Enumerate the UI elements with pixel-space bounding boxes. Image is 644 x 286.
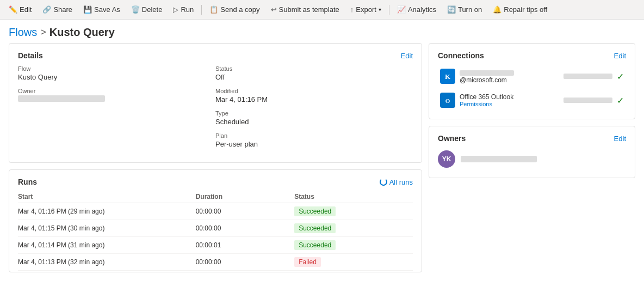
details-card-title: Details (18, 51, 43, 60)
details-card: Details Edit Flow Kusto Query Owner (9, 43, 422, 163)
owners-card-title: Owners (438, 134, 466, 143)
send-copy-icon: 📋 (209, 5, 218, 14)
delete-button[interactable]: 🗑️ Delete (127, 3, 167, 16)
outlook-name: Office 365 Outlook (460, 93, 559, 101)
kusto-email: @microsoft.com (460, 69, 559, 84)
edit-icon: ✏️ (9, 5, 17, 14)
owner-label: Owner (18, 88, 215, 94)
run-duration: 00:00:01 (196, 237, 295, 254)
kusto-conn-info: @microsoft.com (460, 69, 559, 84)
status-badge: Succeeded (294, 240, 336, 250)
type-label: Type (215, 110, 413, 117)
run-start: Mar 4, 01:14 PM (31 min ago) (18, 237, 196, 254)
turn-on-icon: 🔄 (447, 5, 456, 14)
table-row: Mar 4, 01:15 PM (30 min ago)00:00:00Succ… (18, 220, 413, 237)
owner-value (18, 95, 215, 104)
breadcrumb-parent-link[interactable]: Flows (9, 26, 37, 39)
owners-edit-link[interactable]: Edit (614, 135, 626, 143)
breadcrumb-current: Kusto Query (49, 26, 115, 39)
outlook-icon: O (440, 93, 455, 108)
runs-table-head: Start Duration Status (18, 191, 413, 203)
table-row: Mar 4, 01:14 PM (31 min ago)00:00:01Succ… (18, 237, 413, 254)
modified-label: Modified (215, 88, 413, 94)
table-row: Mar 4, 01:16 PM (29 min ago)00:00:00Succ… (18, 203, 413, 220)
detail-status: Status Off (215, 65, 413, 81)
owner-item: YK (438, 148, 626, 170)
run-status: Succeeded (294, 203, 413, 220)
connections-edit-link[interactable]: Edit (614, 52, 626, 60)
runs-card-header: Runs All runs (18, 178, 413, 186)
connection-outlook: O Office 365 Outlook Permissions ✓ (438, 89, 626, 111)
details-left: Flow Kusto Query Owner (18, 65, 215, 155)
kusto-email-blurred (460, 70, 514, 76)
divider-2 (389, 5, 389, 15)
toolbar: ✏️ Edit 🔗 Share 💾 Save As 🗑️ Delete ▷ Ru… (0, 0, 644, 20)
divider-1 (201, 5, 202, 15)
submit-template-icon: ↩ (271, 5, 277, 14)
run-duration: 00:00:00 (196, 254, 295, 271)
turn-on-button[interactable]: 🔄 Turn on (443, 3, 486, 16)
svg-text:O: O (445, 98, 450, 104)
runs-table: Start Duration Status Mar 4, 01:16 PM (2… (18, 191, 413, 272)
run-duration: 00:00:00 (196, 203, 295, 220)
connections-card-title: Connections (438, 51, 484, 60)
col-start: Start (18, 191, 196, 203)
plan-label: Plan (215, 132, 413, 139)
run-status: Failed (294, 271, 413, 273)
kusto-icon: K (440, 69, 455, 84)
run-status: Succeeded (294, 220, 413, 237)
send-copy-button[interactable]: 📋 Send a copy (205, 3, 264, 16)
run-duration: 00:00:00 (196, 271, 295, 273)
kusto-logo-icon: K (442, 70, 454, 82)
modified-value: Mar 4, 01:16 PM (215, 95, 413, 104)
repair-tips-button[interactable]: 🔔 Repair tips off (488, 3, 552, 16)
outlook-status-ok: ✓ (617, 95, 624, 106)
run-start: Mar 4, 01:16 PM (29 min ago) (18, 203, 196, 220)
table-row: Mar 4, 01:12 PM (33 min ago)00:00:00Fail… (18, 271, 413, 273)
export-button[interactable]: ↑ Export ▾ (346, 3, 386, 16)
left-panel: Details Edit Flow Kusto Query Owner (9, 43, 422, 272)
col-status: Status (294, 191, 413, 203)
connections-list: K @microsoft.com ✓ (438, 65, 626, 111)
run-status: Succeeded (294, 237, 413, 254)
run-start: Mar 4, 01:15 PM (30 min ago) (18, 220, 196, 237)
breadcrumb-separator: > (40, 27, 46, 38)
submit-template-button[interactable]: ↩ Submit as template (267, 3, 344, 16)
svg-text:K: K (445, 72, 451, 81)
details-edit-link[interactable]: Edit (401, 52, 413, 60)
edit-button[interactable]: ✏️ Edit (4, 3, 36, 16)
run-start: Mar 4, 01:12 PM (33 min ago) (18, 271, 196, 273)
repair-tips-icon: 🔔 (493, 5, 501, 14)
detail-plan: Plan Per-user plan (215, 132, 413, 148)
details-card-header: Details Edit (18, 51, 413, 60)
flow-label: Flow (18, 65, 215, 72)
runs-table-body: Mar 4, 01:16 PM (29 min ago)00:00:00Succ… (18, 203, 413, 273)
details-grid: Flow Kusto Query Owner Status Off (18, 65, 413, 155)
right-panel: Connections Edit K @microsoft.com (429, 43, 635, 272)
status-badge: Succeeded (294, 206, 336, 216)
col-duration: Duration (196, 191, 295, 203)
outlook-permissions-link[interactable]: Permissions (460, 101, 559, 107)
analytics-button[interactable]: 📈 Analytics (393, 3, 441, 16)
run-button[interactable]: ▷ Run (169, 3, 198, 16)
detail-modified: Modified Mar 4, 01:16 PM (215, 88, 413, 104)
run-status: Failed (294, 254, 413, 271)
runs-card: Runs All runs Start Duration Status Mar … (9, 169, 422, 272)
outlook-logo-icon: O (442, 94, 454, 106)
owners-card-header: Owners Edit (438, 134, 626, 143)
run-icon: ▷ (173, 5, 178, 14)
owner-name-blurred (461, 156, 537, 162)
export-icon: ↑ (350, 5, 354, 14)
all-runs-link[interactable]: All runs (380, 178, 413, 186)
run-start: Mar 4, 01:13 PM (32 min ago) (18, 254, 196, 271)
breadcrumb: Flows > Kusto Query (0, 20, 644, 43)
connection-kusto: K @microsoft.com ✓ (438, 65, 626, 87)
content-area: Details Edit Flow Kusto Query Owner (0, 43, 644, 281)
kusto-status-ok: ✓ (617, 71, 624, 82)
owners-card: Owners Edit YK (429, 126, 635, 178)
share-button[interactable]: 🔗 Share (38, 3, 77, 16)
type-value: Scheduled (215, 118, 413, 126)
status-badge: Succeeded (294, 223, 336, 233)
save-as-button[interactable]: 💾 Save As (79, 3, 125, 16)
detail-type: Type Scheduled (215, 110, 413, 126)
